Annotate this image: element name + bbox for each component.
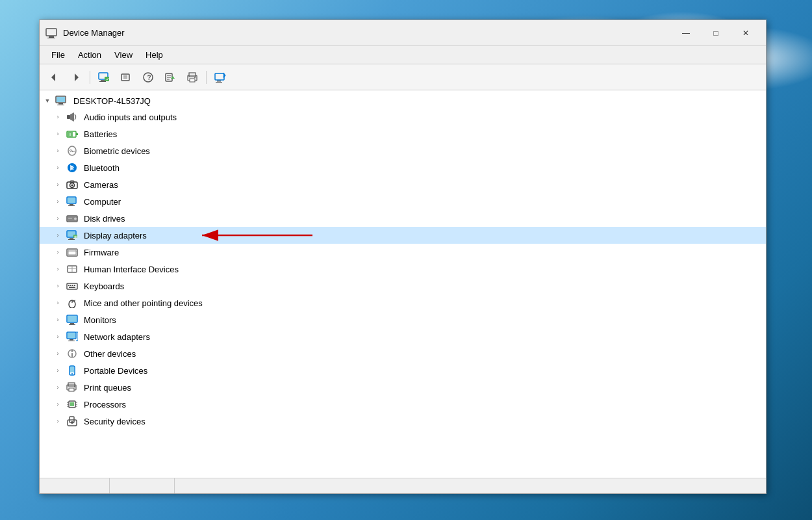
update-driver-button[interactable] bbox=[160, 68, 181, 87]
toolbar: ✓ ? bbox=[40, 64, 766, 90]
forward-button[interactable] bbox=[66, 68, 86, 87]
mice-label: Mice and other pointing devices bbox=[84, 298, 203, 308]
tree-item-portable[interactable]: › Portable Devices bbox=[40, 362, 766, 379]
biometric-icon bbox=[66, 144, 79, 157]
audio-label: Audio inputs and outputs bbox=[84, 112, 177, 122]
keyboards-label: Keyboards bbox=[84, 281, 124, 291]
portable-icon bbox=[66, 364, 79, 377]
svg-point-41 bbox=[71, 185, 73, 187]
keyboards-expand-arrow[interactable]: › bbox=[53, 281, 63, 291]
statusbar-section-2 bbox=[110, 478, 175, 493]
computer-expand-arrow[interactable]: › bbox=[53, 196, 63, 207]
svg-rect-0 bbox=[46, 29, 57, 36]
show-device-manager-button[interactable]: ✓ bbox=[94, 68, 114, 87]
svg-text:?: ? bbox=[147, 74, 151, 81]
svg-rect-34 bbox=[76, 133, 78, 135]
svg-rect-60 bbox=[68, 250, 76, 255]
tree-item-disk-drives[interactable]: › Disk drives bbox=[40, 210, 766, 227]
tree-item-other[interactable]: › Other devices bbox=[40, 345, 766, 362]
menu-help[interactable]: Help bbox=[139, 47, 170, 62]
print-button[interactable] bbox=[182, 68, 203, 87]
network-icon bbox=[66, 330, 79, 343]
tree-item-security[interactable]: › Security devices bbox=[40, 413, 766, 430]
display-adapters-arrow bbox=[196, 229, 325, 242]
svg-point-87 bbox=[71, 373, 73, 374]
svg-rect-7 bbox=[99, 81, 106, 82]
mice-expand-arrow[interactable]: › bbox=[53, 298, 63, 308]
tree-item-processors[interactable]: › Processors bbox=[40, 396, 766, 413]
disk-drives-expand-arrow[interactable]: › bbox=[53, 213, 63, 224]
back-button[interactable] bbox=[44, 68, 64, 87]
tree-item-network[interactable]: › Network adapters bbox=[40, 328, 766, 345]
cameras-icon bbox=[66, 178, 79, 191]
maximize-button[interactable]: □ bbox=[701, 23, 731, 44]
svg-rect-68 bbox=[72, 285, 73, 286]
network-expand-arrow[interactable]: › bbox=[53, 332, 63, 342]
tree-item-biometric[interactable]: › Biometric devices bbox=[40, 142, 766, 159]
svg-point-83 bbox=[71, 350, 73, 352]
menu-view[interactable]: View bbox=[108, 47, 139, 62]
toolbar-sep-2 bbox=[206, 71, 207, 84]
tree-item-computer[interactable]: › Computer bbox=[40, 193, 766, 210]
display-adapters-expand-arrow[interactable]: › bbox=[53, 230, 63, 240]
firmware-expand-arrow[interactable]: › bbox=[53, 247, 63, 257]
biometric-expand-arrow[interactable]: › bbox=[53, 146, 63, 156]
other-label: Other devices bbox=[84, 349, 136, 359]
svg-rect-24 bbox=[215, 73, 224, 80]
tree-item-audio[interactable]: › Audio inputs and outputs bbox=[40, 109, 766, 125]
svg-rect-20 bbox=[189, 73, 196, 77]
portable-expand-arrow[interactable]: › bbox=[53, 365, 63, 376]
svg-rect-30 bbox=[57, 97, 65, 102]
tree-item-batteries[interactable]: › Batteries bbox=[40, 125, 766, 142]
menu-file[interactable]: File bbox=[45, 47, 71, 62]
tree-item-display-adapters[interactable]: › ▦ Display adapters bbox=[40, 227, 766, 244]
svg-rect-79 bbox=[68, 333, 75, 338]
batteries-expand-arrow[interactable]: › bbox=[53, 129, 63, 139]
print-queues-expand-arrow[interactable]: › bbox=[53, 382, 63, 393]
firmware-label: Firmware bbox=[84, 248, 119, 257]
svg-rect-80 bbox=[70, 339, 73, 341]
content-area: ▼ DESKTOP-4L537JQ › bbox=[40, 90, 766, 478]
close-button[interactable]: ✕ bbox=[731, 23, 761, 44]
display-adapters-icon: ▦ bbox=[66, 229, 79, 242]
svg-marker-19 bbox=[171, 76, 175, 79]
svg-rect-45 bbox=[70, 204, 73, 205]
bluetooth-expand-arrow[interactable]: › bbox=[53, 162, 63, 173]
disk-drives-label: Disk drives bbox=[84, 214, 125, 224]
menu-action[interactable]: Action bbox=[71, 47, 108, 62]
svg-rect-66 bbox=[68, 285, 70, 286]
tree-root-node[interactable]: ▼ DESKTOP-4L537JQ bbox=[40, 93, 766, 109]
print-queues-label: Print queues bbox=[84, 383, 131, 393]
mice-icon bbox=[66, 296, 79, 309]
svg-point-49 bbox=[74, 218, 77, 220]
tree-item-mice[interactable]: › Mice and other pointing devices bbox=[40, 294, 766, 311]
tree-item-firmware[interactable]: › Firmware bbox=[40, 244, 766, 261]
biometric-label: Biometric devices bbox=[84, 146, 150, 156]
tree-item-keyboards[interactable]: › Keyboards bbox=[40, 278, 766, 294]
tree-item-hid[interactable]: › Human Interface Devices bbox=[40, 261, 766, 278]
monitors-expand-arrow[interactable]: › bbox=[53, 315, 63, 325]
batteries-icon bbox=[66, 127, 79, 140]
hid-expand-arrow[interactable]: › bbox=[53, 264, 63, 274]
security-expand-arrow[interactable]: › bbox=[53, 416, 63, 426]
tree-item-print-queues[interactable]: › Print queues bbox=[40, 379, 766, 396]
monitors-label: Monitors bbox=[84, 315, 116, 325]
device-tree[interactable]: ▼ DESKTOP-4L537JQ › bbox=[40, 90, 766, 478]
tree-item-monitors[interactable]: › Monitors bbox=[40, 311, 766, 328]
firmware-icon bbox=[66, 246, 79, 259]
tree-item-cameras[interactable]: › Cameras bbox=[40, 176, 766, 193]
svg-rect-25 bbox=[217, 81, 221, 82]
minimize-button[interactable]: — bbox=[671, 23, 701, 44]
root-label: DESKTOP-4L537JQ bbox=[73, 96, 151, 106]
tree-item-bluetooth[interactable]: › Bluetooth bbox=[40, 159, 766, 176]
properties-button[interactable]: ? bbox=[138, 68, 159, 87]
cameras-expand-arrow[interactable]: › bbox=[53, 179, 63, 190]
scan-button[interactable] bbox=[210, 68, 231, 87]
other-expand-arrow[interactable]: › bbox=[53, 348, 63, 359]
processors-expand-arrow[interactable]: › bbox=[53, 399, 63, 410]
svg-rect-1 bbox=[49, 36, 54, 38]
svg-rect-86 bbox=[70, 367, 74, 372]
root-expand-arrow[interactable]: ▼ bbox=[42, 96, 53, 106]
audio-expand-arrow[interactable]: › bbox=[53, 112, 63, 122]
show-resources-button[interactable] bbox=[116, 68, 136, 87]
